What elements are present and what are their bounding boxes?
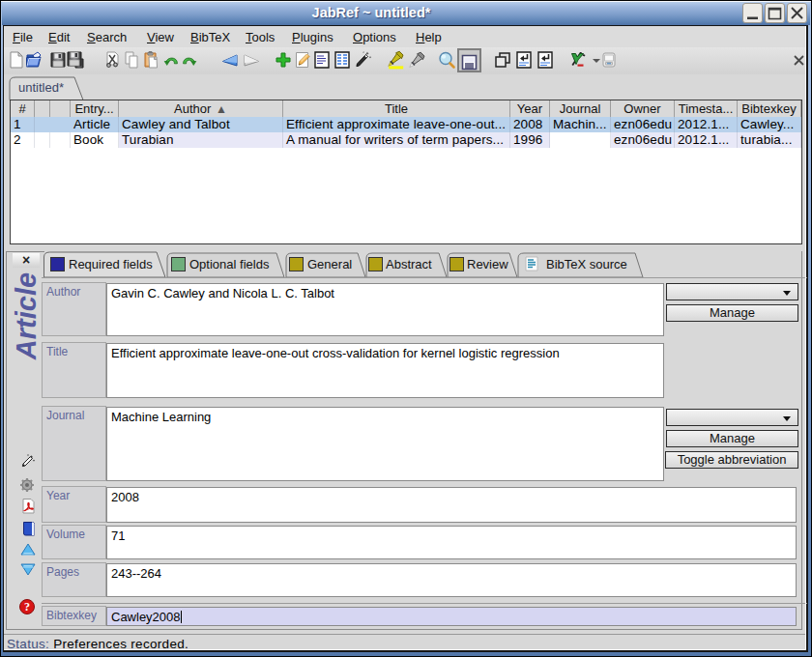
svg-text:?: ? <box>24 600 30 614</box>
